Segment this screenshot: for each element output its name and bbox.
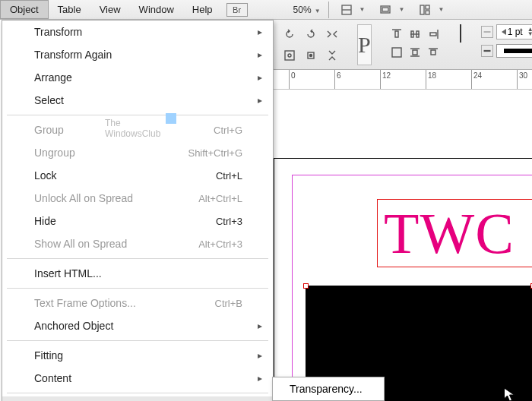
- menu-anchored-object[interactable]: Anchored Object▸: [2, 314, 273, 337]
- menu-item-label: Select: [34, 94, 64, 106]
- menu-text-frame-options: Text Frame Options...Ctrl+B: [2, 292, 273, 314]
- menu-item-label: Content: [34, 372, 71, 384]
- paragraph-style-icon[interactable]: P: [357, 24, 372, 65]
- selection-handle[interactable]: [303, 283, 309, 289]
- svg-rect-7: [285, 51, 294, 60]
- align-right-icon[interactable]: [423, 24, 443, 44]
- menu-fitting[interactable]: Fitting▸: [2, 344, 273, 367]
- control-panel: P 1 pt ▲▼: [274, 20, 532, 70]
- menu-shortcut: Shift+Ctrl+G: [188, 147, 242, 159]
- ruler-tick: 30: [517, 70, 527, 89]
- menu-object[interactable]: Object: [0, 0, 49, 19]
- menu-transform-again[interactable]: Transform Again▸: [2, 43, 273, 66]
- chevron-down-icon: ▼: [315, 8, 321, 14]
- menu-item-label: Anchored Object: [34, 320, 113, 332]
- document-canvas[interactable]: TWC: [274, 90, 532, 401]
- menu-shortcut: Alt+Ctrl+L: [198, 193, 242, 204]
- menu-item-label: Transparency...: [290, 383, 363, 395]
- svg-rect-18: [392, 48, 401, 57]
- menu-window[interactable]: Window: [130, 1, 183, 18]
- stroke-weight-value: 1 pt: [508, 27, 523, 37]
- menu-help[interactable]: Help: [183, 1, 222, 18]
- menu-separator: [7, 115, 268, 115]
- screen-mode-icon[interactable]: [378, 2, 393, 17]
- menu-shortcut: Ctrl+G: [214, 125, 242, 136]
- menu-show-all: Show All on SpreadAlt+Ctrl+3: [2, 232, 273, 255]
- svg-rect-5: [426, 5, 429, 9]
- menu-item-label: Lock: [34, 169, 57, 182]
- stepper-icon[interactable]: ▲▼: [527, 27, 532, 36]
- flip-v-icon[interactable]: [322, 46, 342, 65]
- distribute-h-icon[interactable]: [405, 24, 425, 44]
- menubar: Object Table View Window Help Br 50%▼ ▼ …: [0, 0, 532, 20]
- menu-unlock-all: Unlock All on SpreadAlt+Ctrl+L: [2, 187, 273, 210]
- menu-item-label: Hide: [34, 215, 56, 227]
- separator: [328, 2, 329, 18]
- menu-item-label: Transform Again: [34, 49, 112, 61]
- stroke-style-icon[interactable]: [481, 45, 493, 57]
- chevron-right-icon: ▸: [258, 72, 262, 83]
- stroke-weight-input[interactable]: 1 pt ▲▼: [496, 24, 532, 39]
- menu-ungroup: UngroupShift+Ctrl+G: [2, 141, 273, 164]
- wrap-around-icon[interactable]: [405, 43, 425, 62]
- wrap-jump-icon[interactable]: [423, 43, 443, 62]
- select-content-icon[interactable]: [301, 46, 321, 65]
- flip-h-icon[interactable]: [322, 24, 342, 44]
- menu-arrange[interactable]: Arrange▸: [2, 66, 273, 89]
- wrap-none-icon[interactable]: [387, 43, 407, 62]
- menu-transparency[interactable]: Transparency...: [273, 377, 384, 400]
- chevron-right-icon: ▸: [258, 27, 262, 37]
- menu-select[interactable]: Select▸: [2, 89, 273, 112]
- text-content: TWC: [378, 200, 532, 267]
- stroke-style-select[interactable]: [496, 44, 532, 58]
- menu-item-label: Show All on Spread: [34, 238, 127, 250]
- text-frame[interactable]: TWC: [377, 199, 532, 267]
- chevron-down-icon[interactable]: ▼: [359, 6, 366, 13]
- align-top-icon[interactable]: [387, 24, 407, 44]
- chevron-right-icon: ▸: [258, 320, 262, 331]
- svg-rect-17: [430, 33, 436, 36]
- bridge-button[interactable]: Br: [226, 3, 248, 17]
- ruler-tick: 0: [289, 70, 296, 89]
- transform-icons: [280, 24, 342, 65]
- svg-rect-19: [413, 50, 417, 55]
- menu-separator: [7, 340, 268, 341]
- object-menu: Transform▸ Transform Again▸ Arrange▸ Sel…: [2, 20, 274, 401]
- svg-rect-3: [382, 8, 388, 11]
- chevron-down-icon[interactable]: ▼: [438, 6, 444, 13]
- menu-separator: [7, 393, 268, 393]
- menu-insert-html[interactable]: Insert HTML...: [2, 262, 273, 285]
- menu-item-label: Group: [34, 124, 64, 136]
- chevron-right-icon: ▸: [258, 95, 262, 106]
- menu-shortcut: Alt+Ctrl+3: [198, 238, 242, 250]
- svg-rect-22: [431, 50, 435, 55]
- svg-rect-4: [420, 5, 424, 14]
- rotate-ccw-icon[interactable]: [280, 24, 299, 44]
- menu-shortcut: Ctrl+L: [216, 170, 242, 182]
- menu-content[interactable]: Content▸: [2, 367, 273, 390]
- menu-group: GroupCtrl+G: [2, 118, 273, 141]
- menu-item-label: Insert HTML...: [34, 267, 102, 279]
- menu-item-label: Arrange: [34, 71, 72, 84]
- chevron-right-icon: ▸: [258, 350, 262, 361]
- menu-shortcut: Ctrl+3: [216, 216, 242, 227]
- view-options-icon[interactable]: [339, 2, 354, 17]
- effects-submenu: Transparency...: [272, 377, 385, 401]
- menu-lock[interactable]: LockCtrl+L: [2, 164, 273, 187]
- menu-transform[interactable]: Transform▸: [2, 21, 273, 43]
- horizontal-ruler: 0 6 12 18 24 30: [274, 70, 532, 90]
- svg-rect-12: [395, 31, 398, 37]
- chevron-down-icon[interactable]: ▼: [398, 6, 404, 13]
- menu-effects[interactable]: Effects▸: [2, 396, 273, 401]
- rotate-cw-icon[interactable]: [301, 24, 321, 44]
- select-container-icon[interactable]: [280, 46, 299, 65]
- arrange-docs-icon[interactable]: [417, 2, 432, 17]
- menu-hide[interactable]: HideCtrl+3: [2, 210, 273, 232]
- fill-swatch[interactable]: [460, 24, 461, 43]
- svg-rect-6: [426, 11, 429, 14]
- menu-table[interactable]: Table: [49, 1, 90, 18]
- menu-view[interactable]: View: [90, 1, 130, 18]
- menu-item-label: Text Frame Options...: [34, 297, 136, 309]
- stroke-align-icon[interactable]: [481, 26, 493, 38]
- zoom-level[interactable]: 50%▼: [293, 5, 321, 15]
